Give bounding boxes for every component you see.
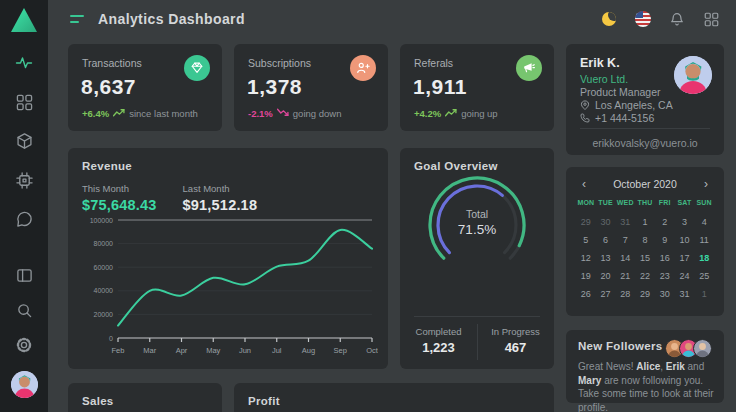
revenue-chart: 020000400006000080000100000FebMarAprMayJ… xyxy=(78,210,378,362)
calendar-day[interactable]: 24 xyxy=(675,267,695,285)
calendar-day[interactable]: 7 xyxy=(615,231,635,249)
calendar-day[interactable]: 1 xyxy=(635,213,655,231)
follower-avatar-mary[interactable] xyxy=(693,339,712,358)
calendar-day[interactable]: 19 xyxy=(576,267,596,285)
activity-icon[interactable] xyxy=(15,54,33,72)
calendar-day[interactable]: 27 xyxy=(596,285,616,303)
goal-gauge: Total 71.5% xyxy=(422,170,532,280)
calendar-day[interactable]: 3 xyxy=(675,213,695,231)
this-month-label: This Month xyxy=(82,183,157,194)
svg-text:Jul: Jul xyxy=(272,346,282,355)
app-logo-icon[interactable] xyxy=(11,8,37,32)
phone-icon xyxy=(580,113,590,123)
calendar-day[interactable]: 2 xyxy=(655,213,675,231)
calendar-day[interactable]: 30 xyxy=(655,285,675,303)
calendar-next-button[interactable]: › xyxy=(698,177,714,191)
calendar-day[interactable]: 28 xyxy=(615,285,635,303)
calendar-day[interactable]: 16 xyxy=(655,249,675,267)
profile-company[interactable]: Vuero Ltd. xyxy=(580,73,628,85)
sales-card: Sales xyxy=(68,383,222,412)
cpu-icon[interactable] xyxy=(15,171,33,189)
calendar-day[interactable]: 8 xyxy=(635,231,655,249)
sidebar-user-avatar[interactable] xyxy=(11,371,38,398)
calendar-prev-button[interactable]: ‹ xyxy=(576,177,592,191)
us-flag-icon[interactable] xyxy=(634,10,652,28)
calendar-day[interactable]: 26 xyxy=(576,285,596,303)
calendar-weekday: MON xyxy=(576,199,596,206)
megaphone-icon xyxy=(516,55,542,81)
last-month-label: Last Month xyxy=(183,183,258,194)
sales-title: Sales xyxy=(82,395,114,407)
calendar-day[interactable]: 14 xyxy=(615,249,635,267)
calendar-day[interactable]: 30 xyxy=(596,213,616,231)
followers-card: New Followers Great News! Alice, Erik an… xyxy=(566,330,724,403)
calendar-day[interactable]: 31 xyxy=(675,285,695,303)
calendar-weekday: WED xyxy=(615,199,635,206)
calendar-weekday: FRI xyxy=(655,199,675,206)
calendar-card: ‹ October 2020 › MONTUEWEDTHUFRISATSUN 2… xyxy=(566,167,724,316)
bell-icon[interactable] xyxy=(668,10,686,28)
calendar-day[interactable]: 29 xyxy=(576,213,596,231)
calendar-day[interactable]: 15 xyxy=(635,249,655,267)
calendar-day[interactable]: 13 xyxy=(596,249,616,267)
columns-icon[interactable] xyxy=(15,266,33,284)
stat-label: Subscriptions xyxy=(248,57,311,69)
trend-value: +6.4% xyxy=(82,108,109,119)
menu-icon[interactable] xyxy=(70,15,84,23)
calendar-weekday: TUE xyxy=(596,199,616,206)
stat-value: 8,637 xyxy=(81,75,136,99)
stat-card-subscriptions: Subscriptions 1,378 -2.1% going down xyxy=(234,44,388,131)
moon-icon[interactable] xyxy=(600,10,618,28)
calendar-day[interactable]: 11 xyxy=(694,231,714,249)
profile-email[interactable]: erikkovalsky@vuero.io xyxy=(566,137,724,149)
calendar-month: October 2020 xyxy=(592,178,698,190)
in-progress-label: In Progress xyxy=(477,326,554,337)
calendar-day[interactable]: 31 xyxy=(615,213,635,231)
profile-avatar[interactable] xyxy=(674,56,712,94)
profit-card: Profit xyxy=(234,383,554,412)
profile-role: Product Manager xyxy=(580,86,661,98)
header: Analytics Dashboard xyxy=(48,0,736,38)
in-progress-value: 467 xyxy=(477,340,554,355)
calendar-day[interactable]: 10 xyxy=(675,231,695,249)
calendar-day[interactable]: 17 xyxy=(675,249,695,267)
user-plus-icon xyxy=(350,55,376,81)
gauge-center-label: Total xyxy=(422,208,532,220)
trend-note: since last month xyxy=(129,108,198,119)
calendar-day[interactable]: 12 xyxy=(576,249,596,267)
calendar-day[interactable]: 22 xyxy=(635,267,655,285)
calendar-day[interactable]: 18 xyxy=(694,249,714,267)
svg-text:100000: 100000 xyxy=(90,217,113,224)
calendar-day[interactable]: 1 xyxy=(694,285,714,303)
calendar-weekday: SAT xyxy=(675,199,695,206)
stat-value: 1,911 xyxy=(413,75,467,99)
gear-icon[interactable] xyxy=(15,336,33,354)
calendar-day[interactable]: 6 xyxy=(596,231,616,249)
divider xyxy=(414,316,540,317)
calendar-day[interactable]: 25 xyxy=(694,267,714,285)
profile-name: Erik K. xyxy=(580,56,620,70)
svg-text:Mar: Mar xyxy=(143,346,156,355)
apps-icon[interactable] xyxy=(702,10,720,28)
package-icon[interactable] xyxy=(15,132,33,150)
svg-text:Jun: Jun xyxy=(239,346,251,355)
calendar-day[interactable]: 4 xyxy=(694,213,714,231)
goal-card: Goal Overview Total 71.5% Completed 1,22… xyxy=(400,148,554,369)
grid-icon[interactable] xyxy=(15,93,33,111)
svg-text:Feb: Feb xyxy=(112,346,125,355)
calendar-day[interactable]: 5 xyxy=(576,231,596,249)
calendar-day[interactable]: 9 xyxy=(655,231,675,249)
svg-text:0: 0 xyxy=(109,335,113,342)
chat-icon[interactable] xyxy=(15,210,33,228)
sidebar xyxy=(0,0,48,412)
search-icon[interactable] xyxy=(15,301,33,319)
calendar-day[interactable]: 21 xyxy=(615,267,635,285)
stat-card-referals: Referals 1,911 +4.2% going up xyxy=(400,44,554,131)
profit-title: Profit xyxy=(248,395,280,407)
calendar-day[interactable]: 23 xyxy=(655,267,675,285)
profile-phone: +1 444-5156 xyxy=(595,112,654,124)
calendar-days: 2930311234567891011121314151617181920212… xyxy=(576,213,714,303)
calendar-day[interactable]: 29 xyxy=(635,285,655,303)
calendar-day[interactable]: 20 xyxy=(596,267,616,285)
divider xyxy=(580,128,710,129)
